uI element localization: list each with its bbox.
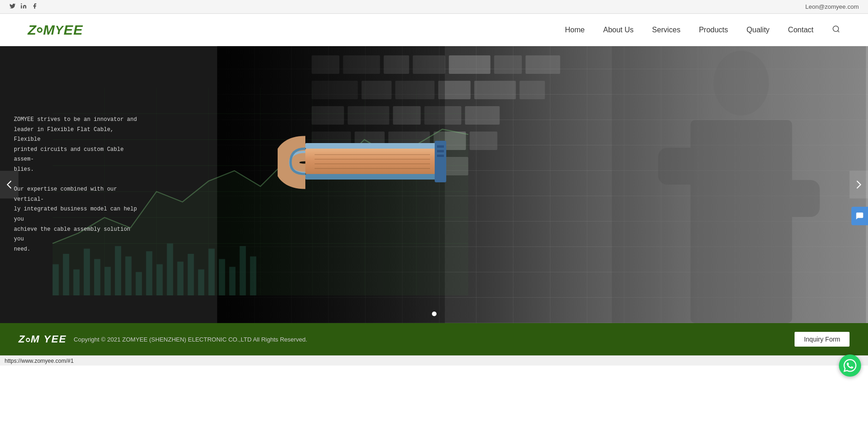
slider-prev-button[interactable] [0, 171, 18, 198]
svg-rect-13 [474, 81, 516, 99]
svg-rect-6 [449, 55, 490, 74]
svg-rect-52 [84, 249, 90, 295]
svg-rect-14 [519, 81, 545, 99]
slider-dot-1[interactable] [432, 312, 437, 316]
nav-services[interactable]: Services [652, 26, 680, 34]
svg-rect-74 [437, 150, 444, 152]
nav-contact[interactable]: Contact [788, 26, 813, 34]
svg-rect-75 [437, 155, 444, 157]
svg-rect-68 [250, 257, 256, 295]
footer-left: ZM YEE Copyright © 2021 ZOMYEE (SHENZHEN… [18, 333, 307, 345]
slider-next-button[interactable] [850, 171, 868, 198]
footer: ZM YEE Copyright © 2021 ZOMYEE (SHENZHEN… [0, 323, 868, 355]
status-bar: https://www.zomyee.com/#1 [0, 355, 868, 366]
svg-point-0 [21, 3, 22, 4]
top-bar: Leon@zomyee.com [0, 0, 868, 14]
svg-rect-66 [229, 267, 236, 295]
svg-rect-70 [305, 149, 444, 174]
svg-rect-62 [188, 254, 194, 295]
svg-rect-53 [94, 259, 101, 295]
svg-rect-69 [305, 143, 444, 149]
svg-point-1 [833, 26, 838, 31]
nav-quality[interactable]: Quality [747, 26, 770, 34]
hero-tagline: ZOMYEE strives to be an innovator and le… [14, 115, 143, 254]
svg-rect-50 [63, 254, 69, 295]
footer-logo: ZM YEE [18, 333, 67, 345]
slider-dots [432, 312, 437, 316]
logo-o-icon [37, 27, 42, 33]
social-links [9, 3, 38, 11]
twitter-link[interactable] [9, 3, 16, 11]
svg-rect-67 [240, 246, 246, 295]
nav-about[interactable]: About Us [603, 26, 634, 34]
svg-rect-63 [198, 270, 205, 295]
footer-logo-o [26, 338, 30, 342]
svg-rect-65 [219, 259, 225, 295]
nav-home[interactable]: Home [565, 26, 585, 34]
facebook-link[interactable] [31, 3, 38, 11]
svg-rect-64 [208, 249, 215, 295]
svg-rect-34 [709, 180, 819, 217]
hero-content: ZOMYEE strives to be an innovator and le… [14, 115, 143, 254]
svg-rect-73 [437, 145, 444, 148]
svg-rect-54 [104, 267, 111, 295]
side-chat-button[interactable] [851, 207, 868, 225]
svg-rect-7 [494, 55, 522, 74]
svg-rect-56 [125, 257, 132, 295]
chat-icon [855, 211, 864, 221]
ffc-cable-svg [278, 132, 462, 192]
svg-rect-8 [525, 55, 560, 74]
svg-point-30 [713, 51, 769, 115]
main-nav: Home About Us Services Products Quality … [565, 25, 840, 36]
footer-copyright: Copyright © 2021 ZOMYEE (SHENZHEN) ELECT… [74, 336, 308, 343]
hero-section: ZOMYEE strives to be an innovator and le… [0, 46, 868, 323]
product-cable [278, 132, 453, 193]
whatsapp-icon [844, 359, 856, 366]
search-icon[interactable] [832, 25, 840, 36]
inquiry-form-button[interactable]: Inquiry Form [795, 332, 850, 347]
nav-products[interactable]: Products [699, 26, 728, 34]
svg-rect-60 [167, 244, 173, 296]
svg-rect-33 [658, 148, 769, 185]
svg-rect-49 [53, 264, 59, 296]
url-display: https://www.zomyee.com/#1 [5, 358, 73, 364]
svg-rect-61 [177, 262, 184, 295]
logo[interactable]: ZM YEE [28, 22, 83, 38]
contact-email: Leon@zomyee.com [805, 3, 859, 10]
svg-rect-71 [305, 174, 444, 180]
svg-rect-59 [157, 264, 163, 296]
svg-rect-57 [136, 272, 142, 295]
svg-rect-51 [73, 270, 80, 295]
header: ZM YEE Home About Us Services Products Q… [0, 14, 868, 46]
linkedin-link[interactable] [20, 3, 27, 11]
logo-y-icon: Y [55, 23, 63, 37]
svg-rect-58 [146, 251, 152, 295]
